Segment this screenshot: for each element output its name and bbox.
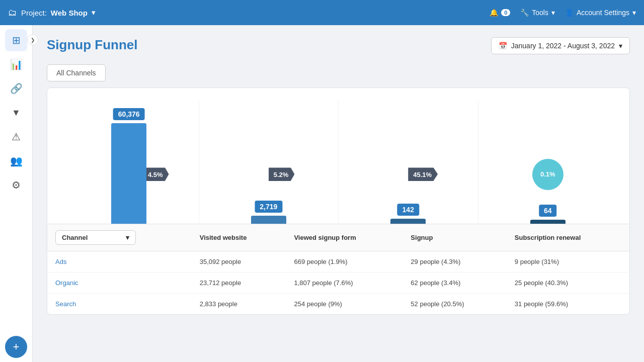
funnel-col-renewal: 0.1% 64 (478, 100, 618, 224)
funnel-col-visited: 4.5% 60,376 (59, 100, 199, 224)
notification-badge: 0 (501, 9, 510, 16)
date-range-picker[interactable]: 📅 January 1, 2022 - August 3, 2022 ▾ (491, 37, 630, 54)
page-title: Signup Funnel (47, 37, 138, 53)
viewed-cell: 254 people (9%) (286, 294, 403, 315)
visited-column-header: Visited website (192, 224, 286, 251)
add-new-button[interactable]: + (5, 336, 27, 358)
funnel-chart-container: 4.5% 60,376 5.2% 2,719 (47, 87, 630, 315)
bar-2: 2,719 (251, 216, 286, 224)
viewed-cell: 669 people (1.9%) (286, 251, 403, 273)
channel-link[interactable]: Search (55, 300, 76, 308)
channel-cell: Ads (47, 251, 192, 273)
circle-badge-renewal: 0.1% (532, 159, 564, 190)
sidebar-item-users[interactable]: 👥 (5, 150, 27, 172)
bar-2-label: 2,719 (255, 201, 282, 213)
bar-3-label: 142 (397, 204, 419, 216)
viewed-cell: 1,807 people (7.6%) (286, 273, 403, 294)
visited-cell: 2,833 people (192, 294, 286, 315)
sidebar-item-settings[interactable]: ⚙ (5, 174, 27, 196)
bar-1-label: 60,376 (113, 108, 145, 120)
account-person-icon: 👤 (565, 9, 574, 17)
renewal-column-header: Subscription renewal (507, 224, 629, 251)
users-group-icon: 👥 (10, 155, 23, 167)
tools-button[interactable]: 🔧 Tools ▾ (520, 9, 555, 17)
sidebar-item-links[interactable]: 🔗 (5, 77, 27, 100)
conversion-badge-2: 5.2% (269, 167, 295, 181)
signup-cell: 29 people (4.3%) (403, 251, 506, 273)
bar-visited: 4.5% 60,376 (59, 100, 199, 224)
chevron-right-icon: ❯ (31, 37, 35, 43)
signup-column-header: Signup (403, 224, 506, 251)
project-name: Web Shop (51, 9, 88, 17)
account-chevron-icon: ▾ (632, 9, 636, 17)
channel-cell: Organic (47, 273, 192, 294)
funnel-col-viewed: 5.2% 2,719 (199, 100, 339, 224)
channel-dropdown-label: Channel (62, 234, 88, 241)
bar-4: 64 (530, 220, 566, 224)
top-navigation: 🗂 Project: Web Shop ▾ 🔔 0 🔧 Tools ▾ 👤 Ac… (0, 0, 644, 25)
filter-funnel-icon: ▼ (12, 108, 21, 118)
sidebar-item-dashboard[interactable]: ⊞ (5, 29, 27, 51)
channels-bar: All Channels (47, 64, 630, 81)
table-row: Organic 23,712 people 1,807 people (7.6%… (47, 273, 629, 294)
channel-column-header: Channel ▾ (47, 224, 192, 251)
sidebar-item-filter[interactable]: ▼ (5, 102, 27, 124)
folder-icon: 🗂 (8, 8, 17, 18)
visited-cell: 35,092 people (192, 251, 286, 273)
channel-cell: Search (47, 294, 192, 315)
bar-viewed: 5.2% 2,719 (199, 100, 339, 224)
dashboard-grid-icon: ⊞ (12, 34, 21, 46)
notification-bell-icon: 🔔 (490, 9, 498, 17)
tools-chevron-icon: ▾ (551, 9, 555, 17)
bar-4-label: 64 (539, 205, 557, 217)
alert-triangle-icon: ⚠ (12, 131, 21, 143)
sidebar-item-chart[interactable]: 📊 (5, 53, 27, 75)
main-content: Signup Funnel 📅 January 1, 2022 - August… (33, 25, 644, 362)
links-chain-icon: 🔗 (10, 82, 23, 95)
tools-label: Tools (532, 9, 548, 17)
table-row: Ads 35,092 people 669 people (1.9%) 29 p… (47, 251, 629, 273)
channel-link[interactable]: Ads (55, 258, 66, 265)
renewal-cell: 31 people (59.6%) (507, 294, 629, 315)
signup-cell: 52 people (20.5%) (403, 294, 506, 315)
channel-link[interactable]: Organic (55, 279, 78, 287)
all-channels-tab[interactable]: All Channels (47, 64, 106, 81)
project-chevron-icon[interactable]: ▾ (92, 8, 96, 17)
settings-gear-icon: ⚙ (12, 179, 21, 191)
renewal-cell: 9 people (31%) (507, 251, 629, 273)
date-range-label: January 1, 2022 - August 3, 2022 (511, 42, 615, 50)
notification-button[interactable]: 🔔 0 (490, 9, 510, 17)
tools-wrench-icon: 🔧 (520, 9, 529, 17)
sidebar: ⊞ 📊 🔗 ▼ ⚠ 👥 ⚙ + (0, 25, 33, 362)
bar-signup: 45.1% 142 (339, 100, 478, 224)
bar-1: 60,376 (111, 123, 146, 224)
conversion-badge-3: 45.1% (408, 167, 438, 181)
account-settings-button[interactable]: 👤 Account Settings ▾ (565, 9, 636, 17)
page-header: Signup Funnel 📅 January 1, 2022 - August… (47, 37, 630, 54)
calendar-icon: 📅 (499, 42, 507, 50)
bar-chart-icon: 📊 (10, 58, 23, 70)
renewal-cell: 25 people (40.3%) (507, 273, 629, 294)
sidebar-item-alert[interactable]: ⚠ (5, 126, 27, 148)
add-plus-icon: + (13, 340, 20, 353)
funnel-col-signup: 45.1% 142 (339, 100, 478, 224)
bar-renewal: 0.1% 64 (478, 100, 618, 224)
funnel-table: Channel ▾ Visited website Viewed signup … (47, 224, 629, 314)
channel-dropdown-chevron-icon: ▾ (126, 234, 129, 241)
date-range-chevron-icon: ▾ (619, 42, 622, 50)
sidebar-toggle-button[interactable]: ❯ (27, 34, 38, 45)
viewed-column-header: Viewed signup form (286, 224, 403, 251)
channel-dropdown[interactable]: Channel ▾ (55, 230, 136, 245)
chart-area: 4.5% 60,376 5.2% 2,719 (47, 88, 629, 224)
visited-cell: 23,712 people (192, 273, 286, 294)
account-settings-label: Account Settings (577, 9, 629, 17)
bar-3: 142 (390, 219, 426, 224)
table-row: Search 2,833 people 254 people (9%) 52 p… (47, 294, 629, 315)
project-label: Project: (21, 9, 47, 17)
conversion-badge-1: 4.5% (143, 167, 169, 181)
signup-cell: 62 people (3.4%) (403, 273, 506, 294)
